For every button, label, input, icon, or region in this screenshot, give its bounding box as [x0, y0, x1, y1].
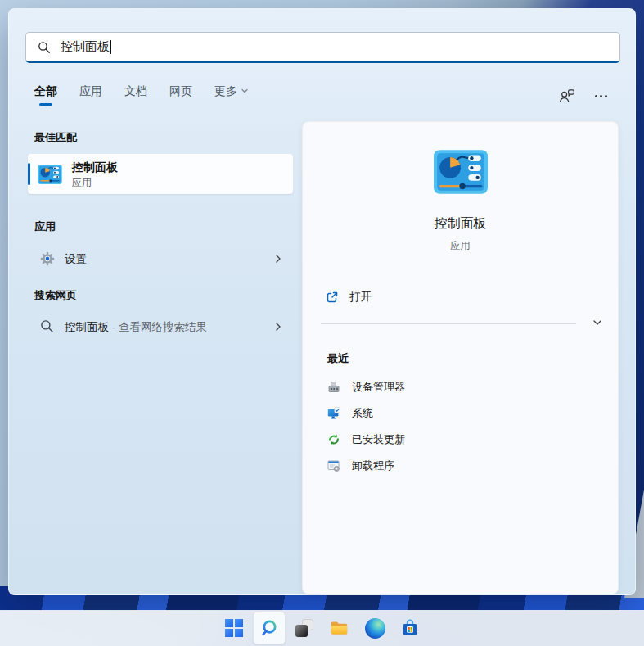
settings-label: 设置: [65, 252, 87, 267]
file-explorer-icon: [329, 617, 350, 639]
best-match-title: 控制面板: [72, 160, 118, 175]
result-web-search[interactable]: 控制面板 - 查看网络搜索结果: [28, 311, 293, 343]
chevron-right-icon[interactable]: [273, 322, 283, 332]
gear-icon: [40, 251, 55, 266]
preview-title: 控制面板: [303, 215, 618, 233]
edge-browser-button[interactable]: [358, 612, 391, 644]
start-button[interactable]: [218, 612, 250, 644]
device-manager-icon: [327, 381, 340, 394]
search-query-text: 控制面板: [61, 39, 110, 55]
best-match-result[interactable]: 控制面板 应用: [28, 154, 293, 194]
tab-documents[interactable]: 文档: [124, 83, 147, 106]
search-icon: [259, 618, 280, 639]
recent-item-installed-updates[interactable]: 已安装更新: [327, 429, 405, 449]
file-explorer-button[interactable]: [323, 612, 356, 644]
search-input[interactable]: 控制面板: [25, 32, 620, 63]
selection-accent-bar: [28, 163, 30, 185]
chevron-down-icon: [241, 87, 249, 95]
result-settings[interactable]: 设置: [28, 243, 293, 275]
chevron-down-icon[interactable]: [592, 317, 603, 328]
update-arrows-icon: [327, 433, 340, 446]
preview-card: 控制面板 应用 打开 最近: [302, 121, 619, 594]
open-action[interactable]: 打开: [326, 290, 372, 305]
control-panel-icon: [434, 150, 488, 197]
recent-item-device-manager[interactable]: 设备管理器: [327, 377, 405, 397]
system-monitor-icon: [327, 407, 340, 420]
section-header-best-match: 最佳匹配: [34, 130, 77, 145]
web-query-text: 控制面板: [65, 321, 109, 333]
uninstall-window-icon: [327, 459, 340, 472]
tab-web[interactable]: 网页: [169, 83, 192, 106]
recent-header: 最近: [327, 351, 349, 366]
search-filter-tabs: 全部 应用 文档 网页 更多: [34, 83, 249, 106]
open-label: 打开: [349, 290, 372, 305]
microsoft-store-button[interactable]: [394, 612, 426, 644]
web-query-suffix: - 查看网络搜索结果: [112, 321, 207, 333]
ellipsis-icon[interactable]: [595, 95, 607, 97]
magnifier-icon: [40, 319, 54, 333]
search-taskbar-button[interactable]: [253, 612, 286, 644]
edge-browser-icon: [365, 618, 385, 639]
search-icon: [38, 41, 51, 54]
tab-apps[interactable]: 应用: [79, 83, 102, 106]
recent-list: 设备管理器 系统: [327, 377, 405, 476]
chevron-right-icon[interactable]: [273, 254, 283, 264]
recent-item-uninstall-program[interactable]: 卸载程序: [327, 455, 405, 476]
control-panel-icon: [38, 165, 62, 187]
divider: [321, 323, 576, 324]
microsoft-store-icon: [399, 617, 421, 639]
preview-subtitle: 应用: [303, 239, 618, 253]
panel-header-actions: [558, 88, 607, 104]
tab-all[interactable]: 全部: [34, 83, 57, 106]
active-tab-underline: [39, 103, 52, 106]
recent-item-system[interactable]: 系统: [327, 403, 405, 423]
task-view-icon: [295, 619, 313, 637]
section-header-apps: 应用: [34, 219, 56, 234]
tab-more[interactable]: 更多: [214, 83, 249, 106]
text-caret: [110, 40, 111, 54]
open-external-icon: [326, 291, 339, 304]
search-flyout-panel: 控制面板 全部 应用 文档 网页 更多: [8, 8, 636, 595]
section-header-search-web: 搜索网页: [34, 288, 77, 303]
windows-start-icon: [225, 619, 243, 637]
taskbar: [0, 610, 644, 646]
best-match-subtitle: 应用: [72, 176, 92, 190]
person-chat-bubble-icon[interactable]: [558, 88, 575, 104]
task-view-button[interactable]: [288, 612, 321, 644]
